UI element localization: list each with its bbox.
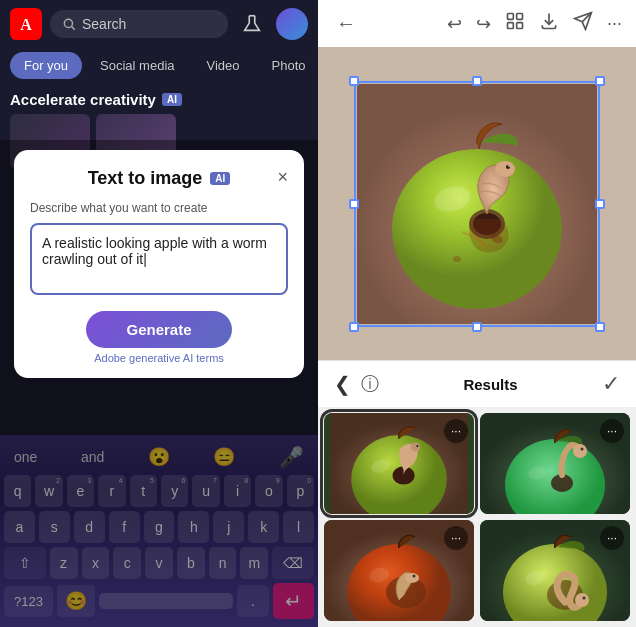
svg-rect-6 bbox=[517, 14, 523, 20]
modal-describe-label: Describe what you want to create bbox=[30, 201, 288, 215]
results-info-icon[interactable]: ⓘ bbox=[361, 372, 379, 396]
generate-button[interactable]: Generate bbox=[86, 311, 231, 348]
canvas-area bbox=[318, 47, 636, 360]
back-button[interactable]: ← bbox=[332, 10, 360, 37]
result-more-btn-4[interactable]: ··· bbox=[600, 526, 624, 550]
tab-video[interactable]: Video bbox=[193, 52, 254, 79]
apple-main-image bbox=[357, 84, 597, 324]
handle-top-mid[interactable] bbox=[472, 76, 482, 86]
svg-point-21 bbox=[508, 165, 510, 167]
results-bar: ❮ ⓘ Results ✓ bbox=[318, 360, 636, 407]
ai-badge: AI bbox=[162, 93, 182, 106]
tab-social-media[interactable]: Social media bbox=[86, 52, 188, 79]
result-item-1[interactable]: ··· bbox=[324, 413, 474, 514]
results-back-arrow[interactable]: ❮ bbox=[334, 372, 351, 396]
right-top-bar: ← ↩ ↪ bbox=[318, 0, 636, 47]
svg-rect-7 bbox=[507, 23, 513, 29]
share-icon[interactable] bbox=[573, 11, 593, 36]
tab-for-you[interactable]: For you bbox=[10, 52, 82, 79]
svg-point-38 bbox=[405, 573, 419, 583]
modal-close-button[interactable]: × bbox=[277, 168, 288, 186]
svg-point-27 bbox=[416, 445, 418, 447]
handle-top-left[interactable] bbox=[349, 76, 359, 86]
top-bar: A Search bbox=[0, 0, 318, 48]
modal-title-row: Text to image AI × bbox=[30, 168, 288, 189]
modal-overlay: Text to image AI × Describe what you wan… bbox=[0, 140, 318, 627]
nav-tabs: For you Social media Video Photo bbox=[0, 48, 318, 87]
search-bar[interactable]: Search bbox=[50, 10, 228, 38]
download-icon[interactable] bbox=[539, 11, 559, 36]
result-item-2[interactable]: ··· bbox=[480, 413, 630, 514]
modal-ai-badge: AI bbox=[210, 172, 230, 185]
handle-top-right[interactable] bbox=[595, 76, 605, 86]
svg-point-33 bbox=[581, 448, 584, 451]
svg-point-2 bbox=[64, 19, 72, 27]
right-nav-icons: ↩ ↪ bbox=[447, 11, 622, 36]
svg-point-39 bbox=[413, 575, 416, 578]
adobe-logo-icon[interactable]: A bbox=[10, 8, 42, 40]
handle-mid-left[interactable] bbox=[349, 199, 359, 209]
avatar[interactable] bbox=[276, 8, 308, 40]
canvas-image-container[interactable] bbox=[357, 84, 597, 324]
results-grid: ··· ··· bbox=[318, 407, 636, 627]
result-more-btn-1[interactable]: ··· bbox=[444, 419, 468, 443]
svg-point-26 bbox=[411, 442, 420, 451]
undo-icon[interactable]: ↩ bbox=[447, 13, 462, 35]
beaker-icon[interactable] bbox=[236, 8, 268, 40]
svg-line-3 bbox=[72, 27, 75, 30]
left-panel: A Search For you Social media Video Phot… bbox=[0, 0, 318, 627]
handle-bottom-right[interactable] bbox=[595, 322, 605, 332]
results-title: Results bbox=[379, 376, 602, 393]
result-more-btn-2[interactable]: ··· bbox=[600, 419, 624, 443]
tab-photo[interactable]: Photo bbox=[258, 52, 318, 79]
results-check-icon[interactable]: ✓ bbox=[602, 371, 620, 397]
handle-mid-right[interactable] bbox=[595, 199, 605, 209]
svg-rect-5 bbox=[507, 14, 513, 20]
result-item-3[interactable]: ··· bbox=[324, 520, 474, 621]
svg-point-44 bbox=[575, 593, 589, 607]
ai-terms-link[interactable]: Adobe generative AI terms bbox=[30, 352, 288, 364]
modal-textarea[interactable] bbox=[30, 223, 288, 295]
svg-text:A: A bbox=[20, 16, 32, 33]
search-input-text: Search bbox=[82, 16, 126, 32]
modal-title: Text to image bbox=[88, 168, 203, 189]
text-to-image-modal: Text to image AI × Describe what you wan… bbox=[14, 150, 304, 378]
svg-rect-8 bbox=[517, 23, 523, 29]
layers-icon[interactable] bbox=[505, 11, 525, 36]
svg-point-19 bbox=[495, 161, 515, 177]
redo-icon[interactable]: ↪ bbox=[476, 13, 491, 35]
svg-point-16 bbox=[453, 256, 461, 262]
handle-bottom-left[interactable] bbox=[349, 322, 359, 332]
search-icon bbox=[62, 17, 76, 31]
right-panel: ← ↩ ↪ bbox=[318, 0, 636, 627]
handle-bottom-mid[interactable] bbox=[472, 322, 482, 332]
result-more-btn-3[interactable]: ··· bbox=[444, 526, 468, 550]
more-options-icon[interactable]: ··· bbox=[607, 13, 622, 34]
accel-title-text: Accelerate creativity bbox=[10, 91, 156, 108]
svg-point-32 bbox=[573, 444, 587, 458]
accel-title: Accelerate creativity AI bbox=[10, 91, 308, 108]
result-item-4[interactable]: ··· bbox=[480, 520, 630, 621]
svg-point-45 bbox=[583, 597, 586, 600]
